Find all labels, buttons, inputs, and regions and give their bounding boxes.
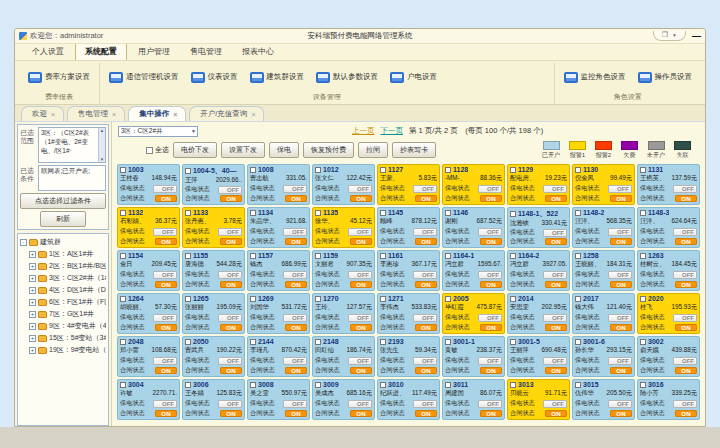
card-checkbox[interactable]: [640, 167, 646, 173]
tree-item[interactable]: + 1区：A区1#井: [20, 249, 106, 259]
ribbon-button[interactable]: 户电设置: [385, 69, 442, 86]
tree-item[interactable]: + 15区：5#变站（3#·: [20, 333, 106, 343]
document-tab[interactable]: 售电管理 ×: [67, 106, 125, 121]
meter-card[interactable]: 2020 桂飞 195.93元 保电状态 OFF 合闸状态 ON: [637, 293, 700, 334]
bulk-action-button[interactable]: 恢复预付费: [303, 142, 354, 158]
card-checkbox[interactable]: [120, 210, 126, 216]
selected-condition-box[interactable]: 联网表;已开户表;: [38, 165, 106, 191]
meter-card[interactable]: 1264 胡晓丽、 57.30元 保电状态 OFF 合闸状态 ON: [117, 293, 180, 334]
select-all[interactable]: 全选: [146, 145, 169, 155]
prev-page-link[interactable]: 上一页: [352, 126, 375, 136]
ribbon-button[interactable]: 仪表设置: [186, 69, 243, 86]
card-checkbox[interactable]: [510, 167, 516, 173]
meter-card[interactable]: 1133 张丹惠、 3.78元 保电状态 OFF 合闸状态 ON: [182, 207, 245, 248]
menu-item[interactable]: 售电管理: [181, 44, 231, 60]
meter-card[interactable]: 2144 李瑾凡 870.42元 保电状态 OFF 合闸状态 ON: [247, 336, 310, 377]
meter-card[interactable]: 3009 吴成杰 685.16元 保电状态 OFF 合闸状态 ON: [312, 379, 375, 420]
meter-card[interactable]: 2193 张先生 59.34元 保电状态 OFF 合闸状态 ON: [377, 336, 440, 377]
tree-item[interactable]: + 4区：D区1#井（D区·: [20, 285, 106, 295]
bulk-action-button[interactable]: 拉闸: [358, 142, 388, 158]
expand-icon[interactable]: +: [29, 275, 36, 282]
meter-card[interactable]: 1265 张丽丽 195.09元 保电状态 OFF 合闸状态 ON: [182, 293, 245, 334]
card-checkbox[interactable]: [185, 339, 191, 345]
meter-card[interactable]: 1271 李伟杰 533.83元 保电状态 OFF 合闸状态 ON: [377, 293, 440, 334]
select-all-checkbox[interactable]: [146, 147, 153, 154]
card-checkbox[interactable]: [640, 382, 646, 388]
expand-icon[interactable]: +: [29, 323, 36, 330]
ribbon-button[interactable]: 建筑群设置: [245, 69, 310, 86]
card-checkbox[interactable]: [120, 253, 126, 259]
meter-card[interactable]: 1128 -MM-、 88.36元 保电状态 OFF 合闸状态 ON: [442, 164, 505, 205]
meter-card[interactable]: 1008 曹志航 331.05. 保电状态 OFF 合闸状态 ON: [247, 164, 310, 205]
menu-item[interactable]: 系统配置: [75, 43, 127, 60]
document-tab[interactable]: 开户/充值查询 ×: [189, 106, 264, 121]
expand-icon[interactable]: +: [29, 251, 36, 258]
meter-card[interactable]: 1135 徐华、 45.12元 保电状态 OFF 合闸状态 ON: [312, 207, 375, 248]
close-icon[interactable]: ×: [173, 111, 177, 118]
meter-card[interactable]: 1263 桂树云、 184.45元 保电状态 OFF 合闸状态 ON: [637, 250, 700, 291]
scope-select[interactable]: 3区：C区2#井 ▼: [118, 126, 198, 137]
card-checkbox[interactable]: [445, 382, 451, 388]
card-checkbox[interactable]: [185, 296, 191, 302]
meter-card[interactable]: 1012 张文仁 122.42元 保电状态 OFF 合闸状态 ON: [312, 164, 375, 205]
close-icon[interactable]: ×: [251, 111, 255, 118]
ribbon-button[interactable]: 通信管理机设置: [104, 69, 184, 86]
card-checkbox[interactable]: [315, 210, 321, 216]
card-checkbox[interactable]: [250, 296, 256, 302]
expand-icon[interactable]: +: [29, 311, 36, 318]
card-checkbox[interactable]: [640, 296, 646, 302]
bulk-action-button[interactable]: 电价下发: [173, 142, 217, 158]
ribbon-button[interactable]: 操作员设置: [633, 69, 698, 86]
card-checkbox[interactable]: [640, 339, 646, 345]
card-checkbox[interactable]: [510, 253, 516, 259]
expand-icon[interactable]: +: [29, 347, 36, 354]
meter-card[interactable]: 2017 钱大伟 121.40元 保电状态 OFF 合闸状态 ON: [572, 293, 635, 334]
meter-card[interactable]: 3013 贝晓云 91.71元 保电状态 OFF 合闸状态 ON: [507, 379, 570, 420]
meter-card[interactable]: 1258 王晓丽、 184.31元 保电状态 OFF 合闸状态 ON: [572, 250, 635, 291]
bulk-action-button[interactable]: 抄表写卡: [392, 142, 436, 158]
meter-card[interactable]: 2050 曹武兵 190.22元 保电状态 OFF 合闸状态 ON: [182, 336, 245, 377]
card-checkbox[interactable]: [510, 339, 516, 345]
tree-item[interactable]: + 7区：G区1#井: [20, 309, 106, 319]
expand-icon[interactable]: +: [29, 299, 36, 306]
card-checkbox[interactable]: [120, 339, 126, 345]
scrollbar[interactable]: ▲ ▼: [98, 128, 105, 162]
card-checkbox[interactable]: [640, 253, 646, 259]
scroll-down-icon[interactable]: ▼: [100, 157, 104, 162]
card-checkbox[interactable]: [575, 382, 581, 388]
card-checkbox[interactable]: [380, 167, 386, 173]
card-checkbox[interactable]: [185, 210, 191, 216]
restore-icon[interactable]: ❐: [662, 31, 668, 39]
close-icon[interactable]: ×: [51, 111, 55, 118]
next-page-link[interactable]: 下一页: [381, 126, 404, 136]
meter-card[interactable]: 2048 郑小雷 108.68元 保电状态 OFF 合闸状态 ON: [117, 336, 180, 377]
meter-card[interactable]: 1164-1 冯立群 1595.67. 保电状态 OFF 合闸状态 ON: [442, 250, 505, 291]
card-checkbox[interactable]: [445, 296, 451, 302]
card-checkbox[interactable]: [575, 210, 581, 216]
card-checkbox[interactable]: [185, 253, 191, 259]
tree-item[interactable]: + 6区：F区1#井（F区·: [20, 297, 106, 307]
card-checkbox[interactable]: [120, 296, 126, 302]
meter-card[interactable]: 3008 吴之雯 550.97元 保电状态 OFF 合闸状态 ON: [247, 379, 310, 420]
meter-card[interactable]: 3001-6 孙长华 293.15元 保电状态 OFF 合闸状态 ON: [572, 336, 635, 377]
meter-card[interactable]: 1161 李惠珍 367.17元 保电状态 OFF 合闸状态 ON: [377, 250, 440, 291]
close-icon[interactable]: ×: [112, 111, 116, 118]
card-checkbox[interactable]: [575, 253, 581, 259]
meter-card[interactable]: 1003 王桂春 148.94元 保电状态 OFF 合闸状态 ON: [117, 164, 180, 205]
card-checkbox[interactable]: [250, 253, 256, 259]
chevron-down-icon[interactable]: ▼: [672, 32, 677, 38]
meter-card[interactable]: 3015 仇伟华 205.50元 保电状态 OFF 合闸状态 ON: [572, 379, 635, 420]
meter-card[interactable]: 1269 刘国华 531.72元 保电状态 OFF 合闸状态 ON: [247, 293, 310, 334]
card-checkbox[interactable]: [380, 253, 386, 259]
menu-item[interactable]: 用户管理: [129, 44, 179, 60]
collapse-icon[interactable]: -: [20, 239, 27, 246]
card-checkbox[interactable]: [185, 168, 191, 174]
card-checkbox[interactable]: [315, 382, 321, 388]
meter-card[interactable]: 1270 王玲、 127.57元 保电状态 OFF 合闸状态 ON: [312, 293, 375, 334]
bulk-action-button[interactable]: 设置下发: [221, 142, 265, 158]
meter-card[interactable]: 1154 金日 209.45元 保电状态 OFF 合闸状态 ON: [117, 250, 180, 291]
card-checkbox[interactable]: [445, 167, 451, 173]
bulk-action-button[interactable]: 保电: [269, 142, 299, 158]
meter-card[interactable]: 3001-5 王丽萍 690.48元 保电状态 OFF 合闸状态 ON: [507, 336, 570, 377]
card-checkbox[interactable]: [380, 339, 386, 345]
